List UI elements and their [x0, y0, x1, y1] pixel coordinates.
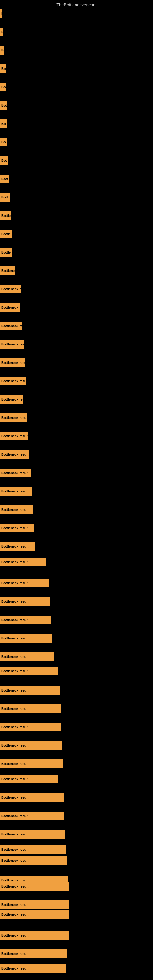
bar-label: Bottleneck result	[1, 777, 29, 781]
bar-label: Bo	[1, 140, 6, 144]
bar-row: Bottleneck result	[0, 667, 59, 675]
bar-label: Bottleneck result	[1, 725, 29, 729]
bar: Bottleneck result	[0, 652, 54, 661]
bar-label: Bottleneck result	[1, 453, 29, 456]
bar-label: Bo	[1, 67, 5, 70]
bar-label: Bottleneck result	[1, 885, 29, 888]
bar-row: Bottleneck result	[0, 432, 27, 441]
bar: Bottleneck result	[0, 811, 64, 820]
bar-label: Bottleneck result	[1, 471, 29, 475]
bar-label: Bottleneck result	[1, 859, 29, 862]
bar-label: Bottleneck result	[1, 560, 29, 564]
bar-row: Bottleneck result	[0, 377, 26, 385]
bar: Bottleneck result	[0, 469, 30, 477]
bar: Bo	[0, 83, 6, 91]
bar-row: B	[0, 27, 3, 36]
bar-row: Bottle	[0, 211, 11, 220]
bar-row: Bottleneck result	[0, 558, 46, 566]
bar-row: Bottleneck resu	[0, 285, 21, 293]
bar: Bottleneck	[0, 266, 15, 275]
bar: Bot	[0, 101, 7, 110]
bar: Bottleneck resu	[0, 395, 23, 404]
bar-row: Bottleneck result	[0, 775, 58, 783]
bar: Bottleneck result	[0, 686, 60, 695]
bar: Bottleneck result	[0, 579, 49, 587]
bar-row: Bottleneck resu	[0, 321, 22, 330]
bar-row: Bo	[0, 46, 4, 54]
bar-label: Bottleneck resu	[1, 398, 23, 401]
bar-row: Bottleneck result	[0, 830, 65, 838]
bar: Bottleneck result	[0, 432, 27, 441]
bar-row: Bottleneck result	[0, 845, 66, 854]
bar: Bo	[0, 138, 7, 146]
bar-row: Bottleneck result	[0, 741, 62, 750]
bar-label: Bottleneck result	[1, 689, 29, 692]
bar-label: Bottleneck result	[1, 434, 27, 438]
bar: Bot	[0, 156, 8, 165]
bar: Bottleneck result	[0, 900, 69, 909]
bar-label: Bottleneck result	[1, 489, 29, 493]
bar: Bottleneck result	[0, 634, 52, 643]
bar: Bottleneck result	[0, 845, 66, 854]
bar-label: Bottleneck resu	[1, 287, 21, 291]
bar-label: Bott	[1, 177, 8, 181]
bar-label: Bot	[1, 159, 7, 162]
bar-row: Bottleneck result	[0, 542, 35, 550]
bar-label: Bottle	[1, 214, 11, 218]
bar-label: Bottleneck result	[1, 636, 29, 640]
bar-label: Bottleneck result	[1, 744, 29, 747]
bar-label: Bottle	[1, 232, 11, 236]
bar-row: Bottleneck result	[0, 811, 64, 820]
bar: Bottleneck result	[0, 741, 62, 750]
bar-label: Bottleneck result	[1, 655, 29, 659]
bar: Bottleneck result	[0, 414, 27, 422]
bar-row: Bottleneck r	[0, 303, 20, 312]
bar: Bottleneck result	[0, 558, 46, 566]
bar: Bottleneck result	[0, 830, 65, 838]
bar-label: Bot	[1, 103, 7, 107]
bar: B	[0, 9, 2, 18]
bar: Bottleneck result	[0, 505, 33, 514]
bar-row: Bottleneck result	[0, 950, 67, 958]
bar: Bottleneck result	[0, 542, 35, 550]
bar-row: Bottleneck result	[0, 414, 27, 422]
bar: Bottleneck result	[0, 882, 69, 891]
bar-label: Bottleneck result	[1, 618, 29, 622]
bar: Bottleneck result	[0, 597, 51, 606]
bar: Bottleneck result	[0, 723, 61, 731]
bar-label: Bottle	[1, 250, 11, 254]
bar-row: Bottleneck result	[0, 358, 25, 367]
bar-label: Bottleneck result	[1, 669, 29, 673]
bar-label: Bottleneck result	[1, 878, 29, 882]
bar-label: Bo	[1, 122, 6, 126]
bar-row: Bott	[0, 175, 9, 183]
bar-label: Bottleneck result	[1, 967, 29, 970]
bar: Bottleneck resu	[0, 321, 22, 330]
bar: Bottleneck result	[0, 377, 26, 385]
bar-row: B	[0, 9, 2, 18]
bar-label: Bottleneck result	[1, 707, 29, 711]
bar: Bottleneck r	[0, 303, 20, 312]
bar: Bottle	[0, 211, 11, 220]
bar-label: Bottleneck result	[1, 814, 29, 818]
bar-row: Bottleneck resu	[0, 395, 23, 404]
bar: Bottleneck result	[0, 524, 34, 532]
bar: Bottleneck result	[0, 705, 61, 713]
bar-row: Bottleneck result	[0, 793, 64, 802]
bar: Bott	[0, 175, 9, 183]
bar-label: Bottleneck result	[1, 361, 25, 364]
bar-row: Bo	[0, 119, 7, 128]
bar-label: Bo	[1, 48, 4, 52]
bar: Bo	[0, 46, 4, 54]
bar-label: Bottleneck result	[1, 508, 29, 511]
bar-row: Bottleneck result	[0, 652, 54, 661]
bar-label: Bottleneck	[1, 269, 15, 272]
bar-label: Bottleneck result	[1, 952, 29, 956]
bar-label: Bottleneck result	[1, 416, 27, 420]
bar-label: Bottleneck result	[1, 600, 29, 603]
bar: Bottleneck result	[0, 856, 67, 865]
bar-row: Bottleneck result	[0, 597, 51, 606]
bar: Bottleneck result	[0, 667, 59, 675]
bar: Bottle	[0, 230, 12, 238]
bar: Bottleneck result	[0, 931, 69, 940]
